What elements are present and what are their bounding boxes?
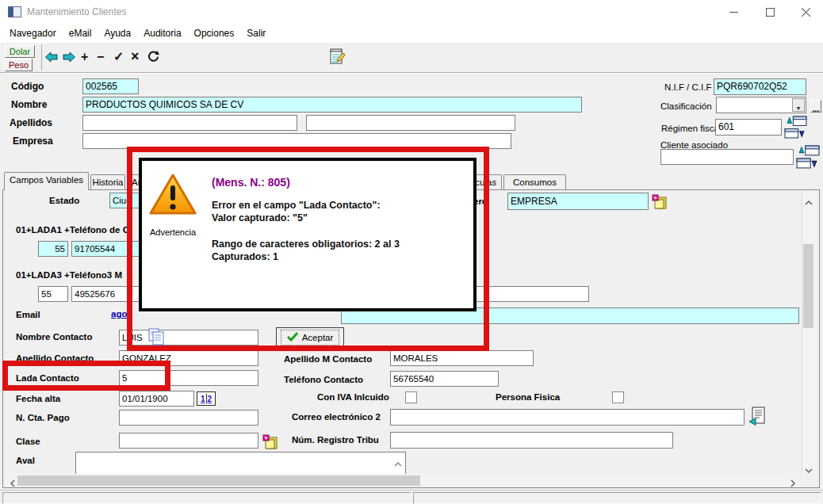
menu-item-navegador[interactable]: Navegador (3, 25, 63, 41)
scroll-up-icon[interactable] (805, 195, 813, 209)
calendar-icon[interactable]: 1 2 (197, 391, 216, 406)
dialog-line-3: Rango de caracteres obligatorios: 2 al 3 (212, 239, 400, 250)
lada3-label: 01+LADA3 +Teléfono3 M (16, 270, 122, 280)
menu-bar: Navegador eMail Ayuda Auditoria Opciones… (0, 24, 823, 43)
scroll-right-icon[interactable] (790, 476, 796, 491)
maximize-button[interactable] (752, 0, 788, 24)
status-cell-right (413, 492, 821, 504)
notes-icon[interactable] (328, 48, 346, 68)
dialog-title: (Mens. N.: 805) (212, 176, 290, 189)
correo2-field[interactable] (390, 409, 745, 426)
lada-contacto-field[interactable]: 5 (119, 370, 258, 386)
tab-historia[interactable]: Historia (90, 174, 125, 190)
aval-scroll-up-icon[interactable] (394, 456, 402, 471)
email-label: Email (16, 310, 40, 319)
tab-consumos[interactable]: Consumos (503, 174, 566, 190)
con-iva-checkbox[interactable] (405, 391, 417, 403)
cliente-asociado-field[interactable] (660, 149, 794, 165)
email-link[interactable]: ago (111, 309, 127, 319)
empresa-field[interactable] (82, 133, 511, 149)
minimize-button[interactable] (715, 0, 752, 24)
delete-record-icon[interactable]: − (97, 51, 104, 63)
add-record-icon[interactable]: + (81, 51, 88, 63)
folder-lookup-icon[interactable] (262, 434, 278, 453)
cancel-record-icon[interactable]: × (131, 50, 140, 63)
dialog-line-1: Error en el campo "Lada Contacto": (212, 200, 381, 211)
scroll-left-icon[interactable] (10, 476, 16, 491)
peso-button[interactable]: Peso (5, 59, 33, 71)
codigo-field[interactable]: 002565 (82, 78, 139, 94)
dots-icon: ... (813, 105, 819, 113)
apellidos-field-1[interactable] (82, 115, 297, 131)
correo2-label: Correo electrónico 2 (292, 412, 381, 422)
compose-mail-icon[interactable] (748, 407, 766, 429)
apellido-m-contacto-field[interactable]: MORALES (390, 350, 534, 366)
clasificacion-label: Clasificación (660, 101, 712, 111)
close-button[interactable] (788, 0, 823, 24)
aval-textarea[interactable] (75, 452, 406, 475)
registro-tribu-field[interactable] (390, 432, 673, 449)
app-icon (8, 6, 21, 21)
clase-field[interactable] (119, 433, 258, 449)
confirm-record-icon[interactable]: ✓ (113, 51, 124, 63)
refresh-icon[interactable] (147, 50, 160, 67)
regimen-fiscal-field[interactable]: 601 (715, 119, 782, 136)
nombre-contacto-field[interactable]: LUIS (119, 330, 258, 346)
apellidos-label: Apellidos (10, 117, 52, 128)
dialog-line-2: Valor capturado: "5" (212, 212, 308, 223)
window-title: Mantenimiento Clientes (27, 6, 126, 17)
apellido-m-contacto-label: Apellido M Contacto (284, 354, 372, 364)
status-cell-left (2, 492, 412, 504)
empresa-label: Empresa (13, 136, 53, 147)
warning-icon (149, 173, 197, 220)
empresa-tab-field[interactable]: EMPRESA (507, 193, 649, 210)
persona-fisica-label: Persona Fisica (496, 392, 560, 402)
nombre-field[interactable]: PRODUCTOS QUIMICOS SA DE CV (82, 97, 582, 113)
aceptar-button[interactable]: Aceptar (276, 327, 344, 347)
copy-message-icon[interactable] (148, 328, 164, 349)
aval-label: Aval (16, 456, 35, 465)
vertical-scrollbar[interactable] (802, 190, 816, 473)
tab-campos-variables[interactable]: Campos Variables (4, 172, 89, 190)
persona-fisica-checkbox[interactable] (612, 391, 624, 403)
app-window: Mantenimiento Clientes Navegador eMail A… (0, 0, 823, 504)
nav-prev-icon[interactable] (45, 52, 58, 66)
nif-field[interactable]: PQR690702Q52 (714, 78, 806, 95)
apellidos-field-2[interactable] (306, 115, 515, 131)
window-sync-icon[interactable] (784, 116, 807, 142)
dialog-line-4: Capturados: 1 (212, 251, 278, 262)
clasificacion-dots-button[interactable]: ... (810, 100, 821, 113)
chevron-down-icon: ▼ (796, 105, 802, 111)
horizontal-scroll-thumb[interactable] (17, 475, 420, 486)
folder-lookup-icon-2[interactable] (652, 194, 668, 213)
statusbar-top-line (0, 490, 823, 491)
lada1-label: 01+LADA1 +Teléfono de O (16, 225, 130, 235)
window-sync-icon-2[interactable] (796, 145, 820, 172)
lada1-field[interactable]: 55 (38, 241, 68, 257)
nif-label: N.I.F / C.I.F (664, 82, 711, 92)
nombre-contacto-label: Nombre Contacto (16, 332, 92, 342)
menu-item-salir[interactable]: Salir (240, 25, 272, 41)
telefono-contacto-label: Teléfono Contacto (284, 375, 363, 384)
registro-tribu-label: Núm. Registro Tribu (292, 435, 379, 445)
fecha-alta-field[interactable]: 01/01/1900 (119, 391, 194, 407)
fecha-alta-label: Fecha alta (16, 394, 60, 403)
menu-item-auditoria[interactable]: Auditoria (137, 25, 187, 41)
vertical-scroll-thumb[interactable] (803, 244, 813, 328)
menu-item-opciones[interactable]: Opciones (188, 25, 241, 41)
menu-item-email[interactable]: eMail (63, 25, 98, 41)
apellido-contacto-label: Apellido Contacto (16, 353, 94, 363)
cta-pago-label: N. Cta. Pago (16, 413, 70, 422)
dolar-button[interactable]: Dolar (5, 45, 35, 58)
cta-pago-field[interactable] (119, 410, 258, 426)
aceptar-check-icon (287, 332, 298, 343)
calendar-digit-1: 1 (201, 395, 205, 403)
scroll-down-icon[interactable] (805, 463, 813, 477)
menu-item-ayuda[interactable]: Ayuda (98, 25, 137, 41)
lada3-field[interactable]: 55 (38, 286, 68, 302)
estado-label: Estado (49, 196, 79, 205)
apellido-contacto-field[interactable]: GONZALEZ (119, 350, 258, 366)
clasificacion-dropdown-button[interactable]: ▼ (792, 98, 805, 112)
nav-next-icon[interactable] (63, 52, 75, 66)
telefono-contacto-field[interactable]: 56765540 (390, 371, 499, 387)
